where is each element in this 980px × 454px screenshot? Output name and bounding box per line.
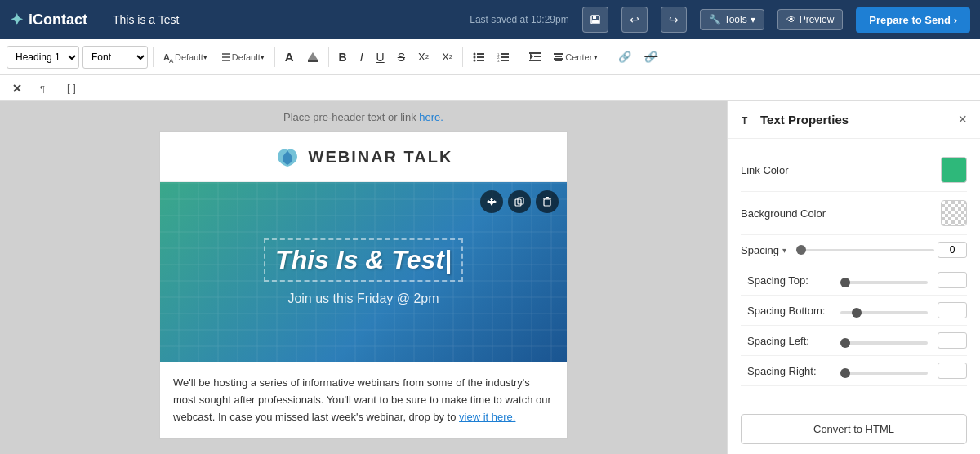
divider-6 [608, 47, 608, 67]
tools-label: Tools [724, 14, 747, 25]
email-body-text: We'll be hosting a series of informative… [160, 362, 567, 438]
hero-section[interactable]: This Is & Test Join us this Friday @ 2pm [160, 182, 567, 362]
spacing-main-value[interactable] [938, 242, 967, 258]
spacing-main-track [796, 249, 934, 251]
divider-3 [328, 47, 329, 67]
svg-rect-19 [501, 56, 509, 58]
link-button[interactable]: 🔗 [613, 46, 636, 69]
spacing-top-slider[interactable] [840, 281, 928, 284]
spacing-right-slider[interactable] [840, 372, 928, 375]
spacing-left-row: Spacing Left: 0 [741, 326, 967, 356]
prepare-send-button[interactable]: Prepare to Send › [856, 7, 970, 33]
line-height-chevron-icon: ▾ [261, 53, 265, 61]
svg-marker-8 [308, 52, 318, 60]
spacing-bottom-label: Spacing Bottom: [741, 305, 831, 317]
spacing-label: Spacing [741, 244, 779, 256]
subscript-button[interactable]: X2 [437, 46, 457, 69]
highlight-button[interactable] [302, 46, 323, 69]
panel-header: T Text Properties × [728, 101, 980, 139]
indent-button[interactable] [524, 46, 546, 69]
clear-format-button[interactable] [7, 77, 28, 100]
undo-button[interactable]: ↩ [621, 7, 648, 33]
heading-select[interactable]: Heading 1Heading 2Heading 3Normal [7, 46, 79, 69]
divider-1 [153, 47, 154, 67]
body-link[interactable]: view it here. [459, 411, 515, 423]
font-color-button[interactable]: A [280, 46, 299, 69]
ordered-list-button[interactable]: 1.2.3. [492, 46, 514, 69]
webinar-title: WEBINAR TALK [309, 148, 453, 167]
redo-button[interactable]: ↪ [661, 7, 687, 33]
app-logo: ✦ iContact [10, 10, 100, 29]
spacing-bottom-slider[interactable] [840, 311, 928, 314]
svg-rect-15 [477, 60, 484, 61]
link-color-swatch[interactable] [941, 157, 967, 183]
spacing-right-slider-wrap [835, 363, 933, 378]
last-saved-text: Last saved at 10:29pm [470, 14, 568, 25]
tools-chevron-icon: ▾ [751, 14, 755, 25]
spacing-right-label: Spacing Right: [741, 365, 831, 377]
divider-5 [519, 47, 519, 67]
hero-controls [480, 190, 559, 213]
svg-point-10 [474, 52, 476, 55]
save-button[interactable] [582, 7, 608, 33]
logo-text: iContact [29, 11, 87, 29]
spacing-bottom-slider-wrap [835, 303, 933, 318]
spacing-left-slider-wrap [835, 333, 933, 348]
preview-button[interactable]: 👁 Preview [777, 9, 844, 30]
spacing-right-value[interactable]: 0 [938, 363, 967, 379]
top-navigation: ✦ iContact This is a Test Last saved at … [0, 0, 980, 39]
bg-color-swatch[interactable] [941, 200, 967, 226]
webinar-logo-icon [274, 145, 301, 168]
svg-rect-1 [593, 16, 596, 19]
unordered-list-button[interactable] [468, 46, 489, 69]
svg-text:¶: ¶ [40, 84, 45, 94]
pre-header-link[interactable]: here. [419, 111, 443, 123]
underline-button[interactable]: U [372, 46, 390, 69]
hero-duplicate-button[interactable] [508, 190, 531, 213]
line-height-button[interactable]: Default ▾ [216, 46, 270, 69]
strikethrough-button[interactable]: S [393, 46, 410, 69]
spacing-bottom-value[interactable]: 15 [938, 302, 967, 318]
spacing-left-slider[interactable] [840, 341, 928, 345]
svg-rect-37 [546, 197, 549, 198]
unlink-button[interactable]: 🔗 [639, 46, 662, 69]
svg-rect-26 [554, 53, 564, 55]
svg-text:A: A [169, 57, 174, 63]
bold-button[interactable]: B [334, 46, 352, 69]
hero-move-button[interactable] [480, 190, 503, 213]
svg-rect-17 [501, 53, 509, 55]
prepare-send-label: Prepare to Send › [869, 14, 957, 26]
spacing-section[interactable]: Spacing ▾ [741, 235, 967, 265]
link-color-row: Link Color [741, 149, 967, 192]
font-select[interactable]: Font [82, 46, 148, 69]
svg-point-14 [474, 59, 476, 61]
hero-heading[interactable]: This Is & Test [264, 238, 463, 282]
hero-delete-button[interactable] [536, 190, 559, 213]
divider-4 [462, 47, 463, 67]
panel-title: T Text Properties [741, 113, 849, 127]
tools-button[interactable]: 🔧 Tools ▾ [700, 9, 764, 30]
secondary-toolbar: ¶ [ ] [0, 75, 980, 101]
panel-close-button[interactable]: × [958, 111, 967, 128]
preview-eye-icon: 👁 [786, 14, 796, 25]
divider-2 [274, 47, 275, 67]
special-char-button[interactable]: ¶ [34, 77, 56, 100]
align-label: Center [565, 52, 592, 62]
italic-button[interactable]: I [355, 46, 368, 69]
bracket-button[interactable]: [ ] [62, 77, 81, 100]
font-size-button[interactable]: AA Default ▾ [158, 46, 212, 69]
spacing-main-thumb[interactable] [796, 245, 806, 255]
svg-text:3.: 3. [497, 59, 500, 62]
svg-rect-25 [529, 60, 541, 61]
svg-rect-13 [477, 56, 484, 58]
svg-rect-27 [555, 56, 562, 57]
align-button[interactable]: Center ▾ [549, 46, 603, 69]
spacing-bottom-row: Spacing Bottom: 15 [741, 296, 967, 326]
preview-label: Preview [800, 14, 835, 25]
convert-html-button[interactable]: Convert to HTML [741, 414, 967, 444]
spacing-top-value[interactable]: 0 [938, 272, 967, 288]
superscript-button[interactable]: X2 [413, 46, 434, 69]
svg-rect-35 [544, 199, 550, 206]
pre-header-text: Place pre-header text or link here. [283, 111, 443, 123]
spacing-left-value[interactable]: 0 [938, 332, 967, 349]
